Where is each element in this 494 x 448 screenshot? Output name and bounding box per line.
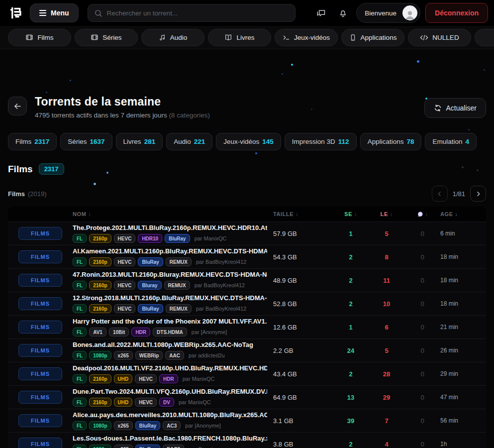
search-input[interactable]: [107, 9, 289, 17]
tag-bluray: BluRay: [135, 421, 160, 430]
messages-button[interactable]: [312, 4, 329, 21]
code-icon: [420, 33, 428, 42]
leechers-count: 6: [369, 324, 404, 331]
chevron-right-icon: [475, 190, 482, 198]
col-header-seeders[interactable]: SE↕: [333, 211, 369, 217]
torrent-age: 29 min: [440, 370, 486, 377]
tag-x265: x265: [114, 421, 133, 430]
nav-item-settings[interactable]: [475, 29, 494, 46]
section-title: Films: [8, 164, 33, 175]
table-row[interactable]: FILMS12.Strong.2018.MULTI.2160p.BluRay.R…: [8, 292, 486, 315]
particle-dot: [282, 73, 283, 75]
nav-item-jeux-videos[interactable]: Jeux-vidéos: [275, 29, 338, 46]
nav-item-livres[interactable]: Livres: [208, 29, 271, 46]
table-row[interactable]: FILMS47.Ronin.2013.MULTI.2160p.Bluray.RE…: [8, 268, 486, 292]
torrent-title[interactable]: 47.Ronin.2013.MULTI.2160p.Bluray.REMUX.H…: [73, 271, 267, 278]
category-chip-emulation[interactable]: Emulation4: [425, 133, 477, 150]
torrent-size: 57.9 GB: [273, 230, 333, 237]
tag-hevc: HEVC: [114, 304, 136, 313]
tag-bluray: Bluray: [138, 281, 161, 290]
subsection-note: (2019): [28, 190, 47, 198]
comments-count: 0: [404, 324, 440, 331]
table-row[interactable]: FILMSLes.Sous-doues.1.Passent.le.Bac.198…: [8, 432, 486, 448]
torrent-age: 47 min: [440, 394, 486, 401]
tag-2160p: 2160p: [89, 398, 111, 407]
table-row[interactable]: FILMSBones.and.all.2022.MULTI.1080p.WEBR…: [8, 338, 486, 362]
category-badge[interactable]: FILMS: [18, 367, 62, 380]
torrent-title[interactable]: Deadpool.2016.MULTi.VF2.2160p.UHD.BluRay…: [73, 364, 267, 372]
torrent-title[interactable]: 12.Strong.2018.MULTI.2160p.BluRay.REMUX.…: [73, 294, 267, 302]
comments-count: 0: [404, 253, 440, 261]
tag-dts-hdma: DTS.HDMA: [153, 328, 187, 336]
torrent-title[interactable]: Les.Sous-doues.1.Passent.le.Bac.1980.FRE…: [73, 435, 267, 442]
tag-fl: FL: [73, 328, 87, 336]
prev-page-button[interactable]: [432, 186, 448, 202]
tag-fl: FL: [73, 398, 87, 407]
logout-button[interactable]: Déconnexion: [425, 3, 488, 23]
page-title: Torrents de la semaine: [35, 95, 210, 109]
nav-item-audio[interactable]: Audio: [141, 29, 204, 46]
col-header-size[interactable]: TAILLE↕: [273, 211, 333, 217]
leechers-count: 5: [369, 230, 404, 237]
category-badge[interactable]: FILMS: [18, 227, 62, 240]
table-row[interactable]: FILMSDune.Part.Two.2024.MULTi.VFQ.2160p.…: [8, 385, 486, 409]
table-row[interactable]: FILMSDeadpool.2016.MULTi.VF2.2160p.UHD.B…: [8, 362, 486, 385]
tag-webrip: WEBRip: [135, 351, 163, 360]
refresh-button[interactable]: Actualiser: [424, 98, 486, 118]
category-badge[interactable]: FILMS: [18, 438, 62, 448]
back-button[interactable]: [8, 97, 27, 115]
category-badge[interactable]: FILMS: [18, 274, 62, 287]
col-header-age[interactable]: AGE↓: [440, 211, 486, 217]
tag-fl: FL: [73, 257, 87, 266]
section-count-badge: 2317: [39, 163, 64, 175]
uploader: par BadBoyKreol412: [195, 282, 245, 288]
category-chip-films[interactable]: Films2317: [8, 133, 57, 150]
leechers-count: 8: [369, 253, 404, 261]
torrent-age: 56 min: [440, 417, 486, 424]
category-badge[interactable]: FILMS: [18, 414, 62, 427]
table-row[interactable]: FILMSAlice.au.pays.des.merveilles.2010.M…: [8, 409, 486, 432]
torrent-title[interactable]: Dune.Part.Two.2024.MULTi.VFQ.2160p.UHD.B…: [73, 388, 267, 395]
account-menu[interactable]: Bienvenue: [356, 3, 420, 23]
sort-icon: ↕: [425, 212, 428, 217]
menu-button[interactable]: Menu: [30, 3, 79, 22]
page-indicator: 1/81: [453, 190, 465, 198]
category-chip-series[interactable]: Séries1637: [60, 133, 112, 150]
category-chip-livres[interactable]: Livres281: [116, 133, 163, 150]
site-logo-icon[interactable]: [6, 3, 25, 22]
category-badge[interactable]: FILMS: [18, 391, 62, 404]
torrent-title[interactable]: Bones.and.all.2022.MULTI.1080p.WEBRip.x2…: [73, 341, 267, 348]
category-chip-impression-3d[interactable]: Impression 3D112: [285, 133, 357, 150]
hamburger-icon: [39, 10, 46, 16]
torrent-size: 12.6 GB: [273, 324, 333, 331]
tag-fl: FL: [73, 281, 87, 290]
category-badge[interactable]: FILMS: [18, 297, 62, 310]
particle-dot: [291, 64, 293, 66]
tag-hdr: HDR: [159, 374, 178, 383]
tag-bluray: BluRay: [165, 234, 190, 243]
col-header-name[interactable]: NOM↕: [73, 211, 273, 217]
torrent-title[interactable]: Harry Potter and the Order of the Phoeni…: [73, 318, 267, 325]
nav-item-applications[interactable]: Applications: [341, 29, 404, 46]
nav-item-series[interactable]: Séries: [75, 29, 138, 46]
category-chip-applications[interactable]: Applications78: [360, 133, 422, 150]
col-header-leechers[interactable]: LE↕: [369, 211, 404, 217]
nav-item-films[interactable]: Films: [8, 29, 71, 46]
category-chip-audio[interactable]: Audio221: [166, 133, 212, 150]
table-row[interactable]: FILMSAl.Kameen.2021.MULTi.2160p.BluRay.R…: [8, 245, 486, 268]
category-badge[interactable]: FILMS: [18, 321, 62, 334]
tag-remux: REMUX: [166, 304, 192, 313]
nav-item-nulled[interactable]: NULLED: [408, 29, 471, 46]
torrent-title[interactable]: Al.Kameen.2021.MULTi.2160p.BluRay.REMUX.…: [73, 247, 267, 255]
search-bar[interactable]: [88, 4, 296, 22]
torrent-title[interactable]: The.Protege.2021.MULTi.BluRay.2160p.REMU…: [73, 224, 267, 231]
col-header-comments[interactable]: ↕: [404, 211, 440, 218]
table-row[interactable]: FILMSThe.Protege.2021.MULTi.BluRay.2160p…: [8, 222, 486, 245]
notifications-button[interactable]: [334, 4, 351, 21]
torrent-title[interactable]: Alice.au.pays.des.merveilles.2010.MULTI.…: [73, 411, 267, 419]
category-badge[interactable]: FILMS: [18, 344, 62, 357]
next-page-button[interactable]: [470, 186, 486, 202]
table-row[interactable]: FILMSHarry Potter and the Order of the P…: [8, 315, 486, 338]
category-chip-jeux-videos[interactable]: Jeux-vidéos145: [216, 133, 281, 150]
category-badge[interactable]: FILMS: [18, 250, 62, 263]
